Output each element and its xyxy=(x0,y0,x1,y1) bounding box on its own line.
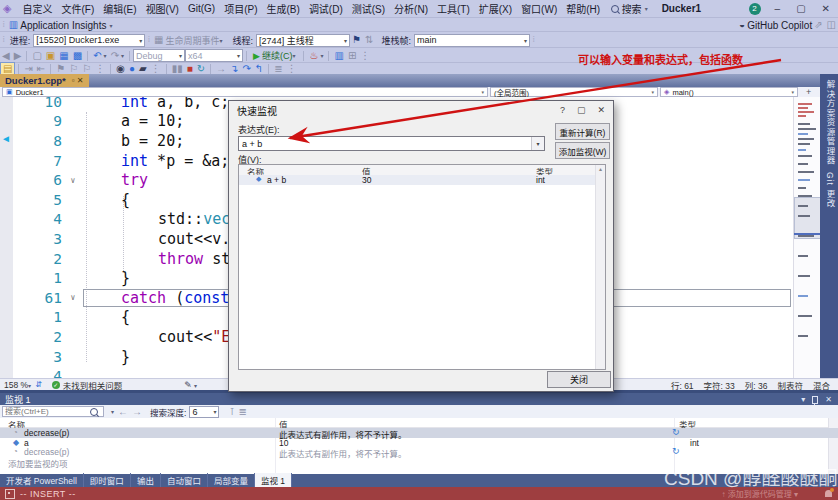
panel-tab-自动窗口[interactable]: 自动窗口 xyxy=(161,473,208,487)
menu-帮助(H)[interactable]: 帮助(H) xyxy=(562,1,605,16)
new-file-icon[interactable]: ▢ xyxy=(30,50,43,62)
search-dropdown-icon[interactable]: ▾ xyxy=(645,5,648,12)
watch-row[interactable]: ◔decrease(p)此表达式有副作用，将不予计算。↻ xyxy=(0,447,838,457)
dialog-grid-scrollbar[interactable]: ▴ xyxy=(595,165,605,369)
stack-frame-select[interactable]: main▾ xyxy=(414,34,530,47)
maximize-button[interactable]: ▢ xyxy=(788,3,813,14)
search-box[interactable]: 搜索 ▾ xyxy=(611,1,650,16)
panel-tab-即时窗口[interactable]: 即时窗口 xyxy=(84,473,131,487)
lifecycle-dropdown-icon[interactable]: ▾ xyxy=(220,37,223,44)
zoom-level[interactable]: 158 % xyxy=(4,380,28,390)
refresh-icon[interactable]: ↻ xyxy=(672,446,680,456)
menu-Git(G)[interactable]: Git(G) xyxy=(183,3,219,14)
app-insights-dropdown-icon[interactable]: ▾ xyxy=(109,22,112,29)
pencil-dropdown-icon[interactable]: ▾ xyxy=(194,382,197,389)
fold-marker-icon[interactable]: ∨ xyxy=(66,293,80,302)
open-file-icon[interactable]: ▣ xyxy=(44,50,57,62)
dialog-close-icon[interactable]: ✕ xyxy=(597,105,605,115)
configuration-select[interactable]: Debug▾ xyxy=(133,49,185,62)
menu-文件(F)[interactable]: 文件(F) xyxy=(57,1,99,16)
toolbar-overflow-icon[interactable]: ⋮ xyxy=(358,50,372,62)
dialog-grid-row[interactable]: ◆ a + b 30 int xyxy=(239,175,596,185)
menu-分析(N)[interactable]: 分析(N) xyxy=(390,1,433,16)
search-depth-select[interactable]: 6▾ xyxy=(189,406,219,418)
minimize-button[interactable]: – xyxy=(767,3,789,14)
toolbar-grip[interactable]: ⦙ xyxy=(533,35,534,45)
hot-reload-icon-dropdown[interactable]: ▾ xyxy=(320,52,323,59)
notification-bell-icon[interactable] xyxy=(825,490,832,497)
redo-icon-dropdown[interactable]: ▾ xyxy=(121,52,124,59)
document-tab[interactable]: Ducker1.cpp* ▫ ✕ xyxy=(0,74,89,87)
sync-icon[interactable]: ⇵ xyxy=(33,380,44,390)
menu-生成(B)[interactable]: 生成(B) xyxy=(262,1,304,16)
flag-threads-icon[interactable]: ⚑ xyxy=(350,34,363,46)
menu-工具(T)[interactable]: 工具(T) xyxy=(433,1,475,16)
save-all-icon[interactable]: ▩ xyxy=(71,50,84,62)
panel-tab-开发者 PowerShell[interactable]: 开发者 PowerShell xyxy=(0,473,84,487)
edit-pencil-icon[interactable]: ✎ xyxy=(182,380,194,391)
search-next-icon[interactable]: → xyxy=(130,406,144,418)
dialog-close-button[interactable]: 关闭 xyxy=(547,371,611,388)
save-icon[interactable]: ▦ xyxy=(57,50,70,62)
close-button[interactable]: ✕ xyxy=(814,3,838,14)
watch-pin-values-icon[interactable]: ⊺ xyxy=(227,406,236,418)
zoom-dropdown-icon[interactable]: ▾ xyxy=(28,382,31,389)
account-avatar[interactable]: 2 xyxy=(749,3,761,15)
panel-close-icon[interactable]: ✕ xyxy=(825,395,832,404)
menu-编辑(E)[interactable]: 编辑(E) xyxy=(99,1,141,16)
expression-combobox[interactable]: ▾ xyxy=(238,136,545,151)
thread-select[interactable]: [2744] 主线程▾ xyxy=(256,34,350,47)
nav-forward-icon[interactable]: ▶ xyxy=(12,50,24,62)
toolbar-grip[interactable]: ⦙ xyxy=(3,20,4,30)
watch-search-input[interactable] xyxy=(2,406,104,417)
expression-dropdown-icon[interactable]: ▾ xyxy=(531,137,544,150)
add-watch-row-label[interactable]: 添加要监视的项 xyxy=(8,457,68,469)
panel-pin-icon[interactable] xyxy=(812,396,818,404)
dialog-value-grid[interactable]: 名称 值 类型 ◆ a + b 30 int ▴ xyxy=(238,164,606,370)
watch-row[interactable]: ◔decrease(p)此表达式有副作用，将不予计算。↻ xyxy=(0,428,838,438)
menu-调试(D)[interactable]: 调试(D) xyxy=(304,1,347,16)
editor-minimap[interactable] xyxy=(793,97,821,378)
pin-tab-icon[interactable]: ▫ xyxy=(72,76,75,85)
redo-icon[interactable]: ↷ xyxy=(109,50,121,62)
panel-tab-监视 1[interactable]: 监视 1 xyxy=(255,473,292,487)
menu-视图(V)[interactable]: 视图(V) xyxy=(141,1,183,16)
watch-window-icon[interactable]: ▥ xyxy=(332,50,345,62)
toggle-flagged-icon[interactable]: ⇅ xyxy=(363,34,375,46)
continue-button[interactable]: ▶继续(C)▾ xyxy=(250,49,300,62)
watch-grid-header[interactable]: 名称 值 类型 xyxy=(0,418,838,428)
refresh-icon[interactable]: ↻ xyxy=(672,427,680,437)
menu-项目(P)[interactable]: 项目(P) xyxy=(220,1,262,16)
nav-add-icon[interactable]: + xyxy=(806,87,811,97)
reevaluate-button[interactable]: 重新计算(R) xyxy=(555,123,610,140)
panel-tab-局部变量[interactable]: 局部变量 xyxy=(208,473,255,487)
watch-row[interactable]: ◆a10int xyxy=(0,438,838,448)
menu-扩展(X)[interactable]: 扩展(X) xyxy=(474,1,516,16)
watch-format-icon[interactable]: ≣ xyxy=(237,406,249,418)
toolbar-grip[interactable]: ⦙ xyxy=(148,35,149,45)
watch-panel-title-bar[interactable]: 监视 1 ▾ ✕ xyxy=(0,393,838,405)
dialog-title-bar[interactable]: 快速监视 ? ▢ ✕ xyxy=(229,101,613,119)
dialog-help-icon[interactable]: ? xyxy=(560,105,565,115)
copilot-label[interactable]: GitHub Copilot xyxy=(747,20,812,31)
menu-窗口(W)[interactable]: 窗口(W) xyxy=(517,1,562,16)
undo-icon-dropdown[interactable]: ▾ xyxy=(104,52,107,59)
app-insights-label[interactable]: Application Insights xyxy=(20,20,106,31)
copilot-status-icon[interactable]: ◫ xyxy=(825,19,838,31)
process-select[interactable]: [15520] Ducker1.exe▾ xyxy=(33,34,145,47)
window-layout-icon[interactable]: ⊞ xyxy=(346,50,358,62)
expression-input[interactable] xyxy=(239,137,531,150)
side-tab-解决方案资源管理器[interactable]: 解决方案资源管理器 xyxy=(824,80,836,166)
add-watch-button[interactable]: 添加监视(W) xyxy=(555,142,610,159)
search-prev-icon[interactable]: ← xyxy=(116,406,130,418)
platform-select[interactable]: x64▾ xyxy=(185,49,243,62)
undo-icon[interactable]: ↶ xyxy=(91,50,103,62)
fold-marker-icon[interactable]: ∨ xyxy=(66,176,80,185)
panel-menu-icon[interactable]: ▾ xyxy=(801,395,805,404)
hot-reload-icon[interactable]: ♨ xyxy=(307,50,320,62)
toolbar-grip[interactable]: ⦙ xyxy=(3,35,4,45)
panel-tab-输出[interactable]: 输出 xyxy=(131,473,161,487)
function-select[interactable]: ◈ main()▾ xyxy=(660,87,798,97)
copilot-open-icon[interactable]: ⇗ xyxy=(812,19,824,31)
side-tab-Git 更改[interactable]: Git 更改 xyxy=(824,172,836,208)
